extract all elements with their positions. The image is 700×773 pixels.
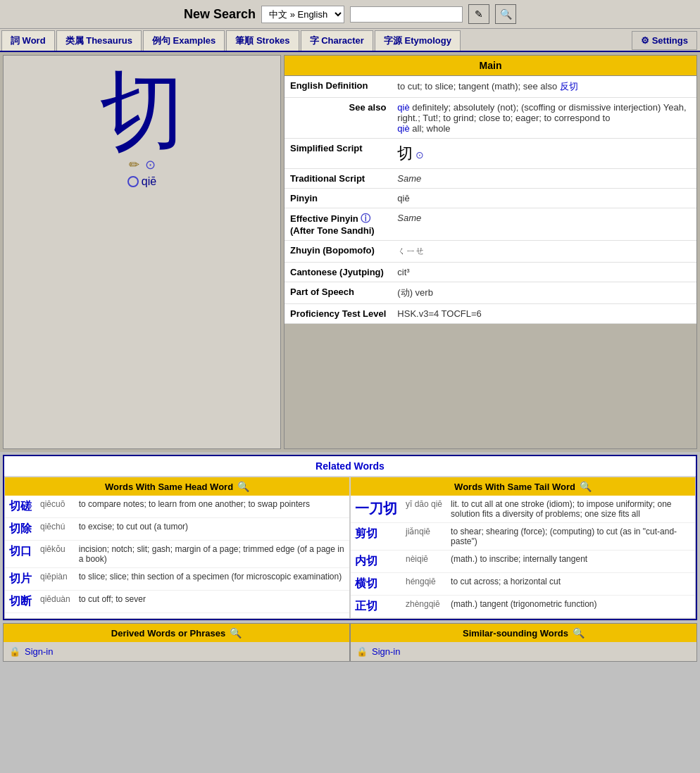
lock-icon: 🔒 <box>9 646 20 657</box>
settings-button[interactable]: ⚙ Settings <box>632 31 697 50</box>
word-pinyin: yī dāo qiē <box>401 496 446 523</box>
edit-button[interactable]: ✎ <box>468 4 489 24</box>
list-item: 剪切 jiǎnqiē to shear; shearing (force); (… <box>351 523 695 551</box>
word-def: lit. to cut all at one stroke (idiom); t… <box>446 496 695 523</box>
table-row: Simplified Script 切 ⊙ <box>285 139 696 169</box>
tab-etymology[interactable]: 字源 Etymology <box>375 30 461 51</box>
word-char[interactable]: 切除 <box>5 518 36 541</box>
label-simplified: Simplified Script <box>285 139 392 169</box>
header: New Search 中文 » English English » 中文 ✎ 🔍 <box>0 0 700 29</box>
word-char[interactable]: 横切 <box>351 573 401 596</box>
label-effective-pinyin: Effective Pinyin ⓘ (After Tone Sandhi) <box>285 208 392 241</box>
word-char[interactable]: 切断 <box>5 591 36 613</box>
qie1-link[interactable]: qiè <box>397 102 409 113</box>
label-cantonese: Cantonese (Jyutping) <box>285 263 392 282</box>
value-cantonese: cit³ <box>392 263 696 282</box>
copy-icon[interactable]: ⊙ <box>145 157 156 172</box>
table-row: Proficiency Test Level HSK.v3=4 TOCFL=6 <box>285 304 696 324</box>
derived-signin-link[interactable]: Sign-in <box>25 646 53 657</box>
fanqie-link[interactable]: 反切 <box>560 81 578 92</box>
table-row: Effective Pinyin ⓘ (After Tone Sandhi) S… <box>285 208 696 241</box>
tab-word[interactable]: 詞 Word <box>1 30 55 51</box>
derived-search-icon[interactable]: 🔍 <box>230 627 242 639</box>
tab-strokes[interactable]: 筆順 Strokes <box>226 30 299 51</box>
table-row: Cantonese (Jyutping) cit³ <box>285 263 696 282</box>
copy-simplified-icon[interactable]: ⊙ <box>415 149 424 161</box>
list-item: 切断 qiēduàn to cut off; to sever <box>5 591 349 613</box>
value-english-def: to cut; to slice; tangent (math); see al… <box>392 76 696 98</box>
word-pinyin: qiēcuō <box>36 496 75 518</box>
word-char[interactable]: 内切 <box>351 551 401 573</box>
word-def: (math.) tangent (trigonometric function) <box>446 596 695 618</box>
similar-signin-row: 🔒 Sign-in <box>351 642 696 661</box>
value-simplified: 切 ⊙ <box>392 139 696 169</box>
head-word-title: Words With Same Head Word <box>105 482 233 492</box>
tab-character[interactable]: 字 Character <box>301 30 373 51</box>
lock-icon-2: 🔒 <box>356 646 368 657</box>
word-def: to cut off; to sever <box>75 591 349 613</box>
head-word-search-icon[interactable]: 🔍 <box>237 481 249 492</box>
word-char[interactable]: 一刀切 <box>351 496 401 523</box>
value-traditional: Same <box>392 169 696 189</box>
pinyin-text: qiē <box>142 175 156 188</box>
label-see-also: See also <box>285 98 392 139</box>
list-item: 切除 qiēchú to excise; to cut out (a tumor… <box>5 518 349 541</box>
head-word-header: Words With Same Head Word 🔍 <box>5 477 349 496</box>
qie2-link[interactable]: qiè <box>397 123 409 134</box>
language-select[interactable]: 中文 » English English » 中文 <box>261 6 344 23</box>
table-row: Zhuyin (Bopomofo) ㄑㄧㄝ <box>285 241 696 263</box>
word-pinyin: héngqiē <box>401 573 446 596</box>
audio-icon[interactable] <box>127 176 139 187</box>
similar-words-header: Similar-sounding Words 🔍 <box>351 624 696 642</box>
character-tools: ✏ ⊙ <box>129 157 156 172</box>
derived-words-col: Derived Words or Phrases 🔍 🔒 Sign-in <box>3 623 350 662</box>
tab-thesaurus[interactable]: 类属 Thesaurus <box>56 30 142 51</box>
tail-word-header: Words With Same Tail Word 🔍 <box>351 477 695 496</box>
word-char[interactable]: 切磋 <box>5 496 36 518</box>
character-pinyin: qiē <box>127 175 156 188</box>
list-item: 切口 qiēkǒu incision; notch; slit; gash; m… <box>5 541 349 568</box>
tab-examples[interactable]: 例句 Examples <box>143 30 225 51</box>
value-see-also: qiè definitely; absolutely (not); (scoff… <box>392 98 696 139</box>
value-proficiency: HSK.v3=4 TOCFL=6 <box>392 304 696 324</box>
word-pinyin: qiēduàn <box>36 591 75 613</box>
page-title: New Search <box>184 7 256 22</box>
word-char[interactable]: 正切 <box>351 596 401 618</box>
label-english-def: English Definition <box>285 76 392 98</box>
main-header: Main <box>285 56 696 76</box>
simplified-char: 切 <box>397 144 413 162</box>
help-icon[interactable]: ⓘ <box>361 213 370 224</box>
value-pos: (动) verb <box>392 282 696 304</box>
head-word-col: Words With Same Head Word 🔍 切磋 qiēcuō to… <box>4 477 350 619</box>
tail-word-col: Words With Same Tail Word 🔍 一刀切 yī dāo q… <box>350 477 696 619</box>
list-item: 一刀切 yī dāo qiē lit. to cut all at one st… <box>351 496 695 523</box>
similar-signin-link[interactable]: Sign-in <box>372 646 400 657</box>
list-item: 横切 héngqiē to cut across; a horizontal c… <box>351 573 695 596</box>
value-pinyin: qiē <box>392 189 696 208</box>
related-words-section: Related Words Words With Same Head Word … <box>3 455 697 620</box>
tail-word-table: 一刀切 yī dāo qiē lit. to cut all at one st… <box>351 496 695 618</box>
search-button[interactable]: 🔍 <box>495 4 516 24</box>
tail-word-title: Words With Same Tail Word <box>454 482 575 492</box>
list-item: 正切 zhèngqiē (math.) tangent (trigonometr… <box>351 596 695 618</box>
related-words-header: Related Words <box>4 456 696 477</box>
word-char[interactable]: 剪切 <box>351 523 401 551</box>
word-def: to slice; slice; thin section of a speci… <box>75 568 349 591</box>
tail-word-search-icon[interactable]: 🔍 <box>580 481 592 492</box>
character-panel: 切 ✏ ⊙ qiē <box>3 55 281 449</box>
gear-icon: ⚙ <box>641 35 649 46</box>
word-def: to cut across; a horizontal cut <box>446 573 695 596</box>
word-char[interactable]: 切口 <box>5 541 36 568</box>
word-char[interactable]: 切片 <box>5 568 36 591</box>
related-words-grid: Words With Same Head Word 🔍 切磋 qiēcuō to… <box>4 477 696 619</box>
word-def: to shear; shearing (force); (computing) … <box>446 523 695 551</box>
word-pinyin: qiēpiàn <box>36 568 75 591</box>
word-pinyin: qiēkǒu <box>36 541 75 568</box>
word-pinyin: jiǎnqiē <box>401 523 446 551</box>
label-pinyin: Pinyin <box>285 189 392 208</box>
derived-title: Derived Words or Phrases <box>111 628 225 639</box>
pencil-icon[interactable]: ✏ <box>129 157 139 172</box>
table-row: Pinyin qiē <box>285 189 696 208</box>
search-input[interactable] <box>350 6 463 23</box>
similar-search-icon[interactable]: 🔍 <box>573 627 585 639</box>
